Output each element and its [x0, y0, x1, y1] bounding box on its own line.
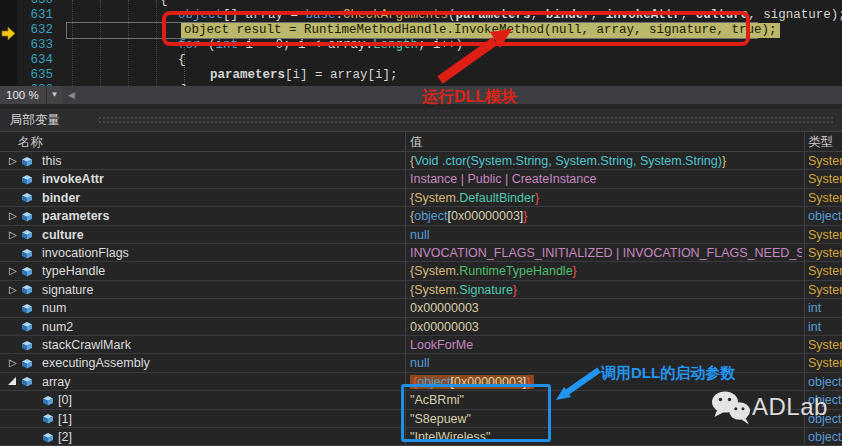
variable-name: num2: [42, 318, 73, 336]
variable-type: int: [808, 318, 842, 336]
line-number: 631: [17, 8, 53, 23]
locals-panel-header[interactable]: 局部变量: [0, 109, 842, 131]
zoom-level-select[interactable]: 100 %: [0, 86, 46, 104]
variable-name: num: [42, 299, 66, 317]
variable-name: typeHandle: [42, 262, 105, 280]
code-line-635: 635parameters[i] = array[i];: [0, 68, 842, 83]
code-text: object[] array = base.CheckArguments(par…: [178, 8, 842, 23]
variable-name: binder: [42, 189, 80, 207]
column-header-name[interactable]: 名称: [18, 132, 43, 152]
variable-icon: [21, 284, 33, 295]
variable-type: object: [808, 391, 842, 409]
variable-value[interactable]: {System.Signature}: [410, 281, 802, 299]
code-line-630: 630{: [0, 0, 842, 8]
line-number: 635: [17, 68, 53, 83]
variable-name: [0]: [58, 391, 72, 409]
variable-icon: [21, 211, 33, 222]
code-line-632: 632object result = RuntimeMethodHandle.I…: [0, 23, 842, 38]
variable-value[interactable]: null: [410, 354, 802, 372]
code-line-633: 633for (int i = 0; i < array.Length; i++…: [0, 38, 842, 53]
variable-type: System: [808, 189, 842, 207]
expand-icon[interactable]: ▷: [9, 230, 17, 240]
column-separator[interactable]: [804, 131, 805, 446]
variable-value[interactable]: {System.RuntimeTypeHandle}: [410, 262, 802, 280]
variable-icon: [42, 413, 54, 424]
variable-name: parameters: [42, 207, 109, 225]
scroll-left-icon[interactable]: ◀: [68, 86, 75, 104]
variable-type: object: [808, 428, 842, 446]
collapse-icon[interactable]: [8, 377, 16, 385]
locals-row-1[interactable]: [1]"S8epuew"object: [0, 410, 842, 428]
expand-icon[interactable]: ▷: [9, 211, 17, 221]
variable-name: invocationFlags: [42, 244, 129, 262]
variable-type: System: [808, 354, 842, 372]
variable-icon: [21, 192, 33, 203]
variable-icon: [21, 156, 33, 167]
column-header-value[interactable]: 值: [410, 132, 423, 152]
expand-icon[interactable]: ▷: [9, 358, 17, 368]
horizontal-scrollbar[interactable]: ◀: [62, 86, 842, 104]
variable-value[interactable]: LookForMe: [410, 336, 802, 354]
expand-icon[interactable]: ▷: [9, 266, 17, 276]
locals-row-executingAssembly[interactable]: ▷executingAssemblynullSystem: [0, 354, 842, 372]
panel-grip-dots: [98, 116, 834, 125]
vs-debugger-window: 630{631object[] array = base.CheckArgume…: [0, 0, 842, 446]
locals-row-stackCrawlMark[interactable]: stackCrawlMarkLookForMeSystem: [0, 336, 842, 354]
line-number: 630: [17, 0, 53, 8]
variable-value[interactable]: "AcBRmi": [410, 391, 802, 409]
locals-row-culture[interactable]: ▷culturenullSystem: [0, 226, 842, 244]
variable-name: executingAssembly: [42, 354, 150, 372]
code-editor[interactable]: 630{631object[] array = base.CheckArgume…: [0, 0, 842, 86]
current-statement-code: object result = RuntimeMethodHandle.Invo…: [181, 23, 780, 38]
locals-row-array[interactable]: array{object[0x00000003]}object: [0, 373, 842, 391]
variable-type: System: [808, 226, 842, 244]
variable-type: System: [808, 262, 842, 280]
variable-name: this: [42, 152, 61, 170]
variable-value[interactable]: Instance | Public | CreateInstance: [410, 170, 802, 188]
column-header-type[interactable]: 类型: [808, 132, 833, 152]
locals-row-this[interactable]: ▷this{Void .ctor(System.String, System.S…: [0, 152, 842, 170]
locals-row-parameters[interactable]: ▷parameters{object[0x00000003]}object: [0, 207, 842, 225]
locals-row-num[interactable]: num0x00000003int: [0, 299, 842, 317]
locals-row-0[interactable]: [0]"AcBRmi"object: [0, 391, 842, 409]
variable-icon: [21, 358, 33, 369]
variable-icon: [21, 321, 33, 332]
variable-type: int: [808, 299, 842, 317]
variable-icon: [21, 174, 33, 185]
variable-type: object: [808, 410, 842, 428]
variable-value[interactable]: {System.DefaultBinder}: [410, 189, 802, 207]
expand-icon[interactable]: ▷: [9, 285, 17, 295]
variable-value[interactable]: {Void .ctor(System.String, System.String…: [410, 152, 802, 170]
locals-row-binder[interactable]: binder{System.DefaultBinder}System: [0, 189, 842, 207]
variable-value[interactable]: 0x00000003: [410, 299, 802, 317]
code-line-634: 634{: [0, 53, 842, 68]
variable-value[interactable]: "IntelWireless": [410, 428, 802, 446]
locals-row-2[interactable]: [2]"IntelWireless"object: [0, 428, 842, 446]
variable-value[interactable]: 0x00000003: [410, 318, 802, 336]
variable-value[interactable]: INVOCATION_FLAGS_INITIALIZED | INVOCATIO…: [410, 244, 802, 262]
locals-row-signature[interactable]: ▷signature{System.Signature}System: [0, 281, 842, 299]
variable-name: invokeAttr: [42, 170, 104, 188]
variable-value[interactable]: null: [410, 226, 802, 244]
code-text: {: [178, 53, 186, 68]
locals-row-invokeAttr[interactable]: invokeAttrInstance | Public | CreateInst…: [0, 170, 842, 188]
code-line-631: 631object[] array = base.CheckArguments(…: [0, 8, 842, 23]
locals-row-typeHandle[interactable]: ▷typeHandle{System.RuntimeTypeHandle}Sys…: [0, 262, 842, 280]
chevron-down-icon[interactable]: ▼: [46, 86, 62, 104]
column-separator[interactable]: [405, 131, 406, 446]
locals-row-invocationFlags[interactable]: invocationFlagsINVOCATION_FLAGS_INITIALI…: [0, 244, 842, 262]
variable-type: object: [808, 373, 842, 391]
line-number: 634: [17, 53, 53, 68]
variable-value[interactable]: {object[0x00000003]}: [410, 207, 802, 225]
expand-icon[interactable]: ▷: [9, 156, 17, 166]
variable-value[interactable]: "S8epuew": [410, 410, 802, 428]
variable-type: System: [808, 281, 842, 299]
variable-icon: [42, 395, 54, 406]
code-text: {: [160, 0, 168, 8]
variable-value[interactable]: {object[0x00000003]}: [410, 373, 802, 391]
code-text: for (int i = 0; i < array.Length; i++): [178, 38, 463, 53]
code-text: parameters[i] = array[i];: [210, 68, 398, 83]
locals-row-num2[interactable]: num20x00000003int: [0, 318, 842, 336]
variable-name: stackCrawlMark: [42, 336, 131, 354]
variable-icon: [21, 266, 33, 277]
